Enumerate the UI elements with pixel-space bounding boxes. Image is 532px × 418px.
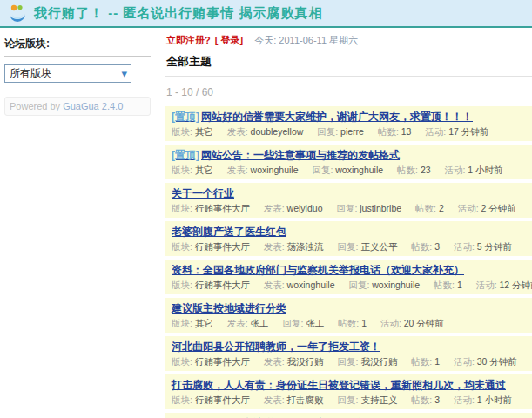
board-label: 版块: [172,203,192,213]
topic-row: 河北曲阳县公开招聘教师，一年了拒发工资！ 版块: 行贿事件大厅 发表: 我没行贿… [165,336,532,371]
board-label: 版块: [172,394,192,405]
posts-value: 3 [434,241,440,252]
topic-title-link[interactable]: 河北曲阳县公开招聘教师，一年了拒发工资！ [172,340,532,353]
board-value: 行贿事件大厅 [195,394,250,405]
reply-label: 回复: [338,241,359,252]
activity-value: 2 分钟前 [481,203,515,213]
posts-label: 帖数: [411,394,432,405]
powered-by-link[interactable]: GuaGua 2.4.0 [63,101,123,111]
chevron-down-icon: ▾ [121,70,131,78]
author-label: 发表: [264,203,285,213]
pagination: 1 - 10 / 60 [166,86,532,98]
today-date: 今天: 2011-06-11 星期六 [254,35,358,45]
forum-select[interactable]: 所有版块 ▾ [4,64,131,83]
posts-value: 1 [457,280,462,290]
topic-meta: 版块: 行贿事件大厅 发表: 我没行贿 回复: 我没行贿 帖数: 1 活动: 3… [172,356,532,367]
author-value: doubleyellow [251,126,304,137]
board-label: 版块: [172,280,192,290]
activity-label: 活动: [454,394,475,405]
activity-label: 活动: [425,126,446,137]
activity-value: 20 分钟前 [404,318,444,328]
board-value: 行贿事件大厅 [195,356,250,367]
reply-label: 回复: [283,318,304,328]
author-value: weiyiduo [287,203,323,213]
topic-row: 老婆剖腹产送了医生红包 版块: 行贿事件大厅 发表: 荡涤浊流 回复: 正义公平… [165,221,532,256]
topic-row: 建议版主按地域进行分类 版块: 其它 发表: 张工 回复: 张工 帖数: 1 活… [165,298,532,333]
author-label: 发表: [227,318,248,328]
board-label: 版块: [172,318,192,328]
topic-title-text: 网站公告：一些注意事项与推荐的发帖格式 [201,149,400,161]
topic-title-text: 关于一个行业 [172,187,234,199]
powered-by: Powered by GuaGua 2.4.0 [4,97,151,116]
reply-value: justinbribe [360,203,401,213]
author-label: 发表: [227,165,248,175]
activity-value: 30 分钟前 [477,356,517,367]
sidebar: 论坛版块: 所有版块 ▾ Powered by GuaGua 2.4.0 [0,28,161,416]
author-value: 我没行贿 [287,356,324,367]
posts-label: 帖数: [397,165,418,175]
activity-label: 活动: [380,318,401,328]
topic-row: 2010年3月份烟台毓璜顶医院妇产科1科张XX送红包600元 版块: 行贿事件大… [165,413,532,418]
activity-label: 活动: [454,241,475,252]
topic-row: [置顶]网站公告：一些注意事项与推荐的发帖格式 版块: 其它 发表: woxin… [165,145,532,179]
topic-row: 资料：全国各地政府部门与监察机关举报电话（欢迎大家补充） 版块: 行贿事件大厅 … [165,260,532,294]
topic-title-link[interactable]: 老婆剖腹产送了医生红包 [172,226,532,238]
reply-label: 回复: [336,203,357,213]
powered-by-text: Powered by [10,101,63,111]
board-value: 其它 [195,126,213,137]
posts-value: 1 [361,318,367,328]
pinned-badge: [置顶] [172,149,199,161]
board-value: 行贿事件大厅 [195,241,250,252]
posts-label: 帖数: [434,280,455,290]
posts-label: 帖数: [338,318,359,328]
forum-section-title: 论坛版块: [4,37,151,57]
reply-value: 支持正义 [360,394,397,405]
page-title: 全部主题 [165,52,532,77]
topic-title-link[interactable]: [置顶]网站公告：一些注意事项与推荐的发帖格式 [172,149,532,161]
topic-title-link[interactable]: 关于一个行业 [172,187,532,199]
topic-meta: 版块: 行贿事件大厅 发表: weiyiduo 回复: justinbribe … [172,203,532,213]
activity-value: 17 分钟前 [448,126,488,137]
page-body: 论坛版块: 所有版块 ▾ Powered by GuaGua 2.4.0 立即注… [0,28,532,416]
author-label: 发表: [227,126,248,137]
topic-title-text: 河北曲阳县公开招聘教师，一年了拒发工资！ [172,340,380,353]
topic-title-link[interactable]: 打击腐败，人人有责：身份证生日被登记错误，重新照相几次，均未通过 [172,379,532,391]
author-value: woxinghuile [287,280,335,290]
reply-label: 回复: [312,165,333,175]
topic-row: 打击腐败，人人有责：身份证生日被登记错误，重新照相几次，均未通过 版块: 行贿事… [165,374,532,409]
board-value: 行贿事件大厅 [195,203,250,213]
topic-list: [置顶]网站好的信誉需要大家维护，谢谢广大网友，求置顶！！！ 版块: 其它 发表… [165,106,532,418]
reply-value: woxinghuile [335,165,383,175]
reply-value: pierre [340,126,364,137]
posts-value: 23 [421,165,431,175]
topic-title-link[interactable]: 建议版主按地域进行分类 [172,302,532,314]
login-link[interactable]: [ 登录] [215,35,243,45]
posts-label: 帖数: [411,356,432,367]
topic-title-text: 资料：全国各地政府部门与监察机关举报电话（欢迎大家补充） [172,264,464,276]
site-title: 我行贿了！ -- 匿名说出行贿事情 揭示腐败真相 [34,5,323,22]
topic-title-link[interactable]: 资料：全国各地政府部门与监察机关举报电话（欢迎大家补充） [172,264,532,276]
activity-label: 活动: [445,165,466,175]
forum-select-value: 所有版块 [10,66,51,81]
reply-label: 回复: [348,280,369,290]
site-header: 我行贿了！ -- 匿名说出行贿事情 揭示腐败真相 [0,0,532,28]
author-label: 发表: [264,241,285,252]
posts-value: 1 [434,356,440,367]
topic-meta: 版块: 其它 发表: woxinghuile 回复: woxinghuile 帖… [172,165,532,175]
reply-label: 回复: [317,126,338,137]
reply-value: 正义公平 [360,241,397,252]
activity-label: 活动: [458,203,479,213]
topic-title-text: 打击腐败，人人有责：身份证生日被登记错误，重新照相几次，均未通过 [172,379,506,391]
topic-meta: 版块: 行贿事件大厅 发表: 荡涤浊流 回复: 正义公平 帖数: 3 活动: 5… [172,241,532,252]
register-link[interactable]: 立即注册? [166,35,211,45]
board-label: 版块: [172,126,192,137]
author-label: 发表: [264,356,285,367]
author-value: 荡涤浊流 [287,241,324,252]
topic-title-link[interactable]: [置顶]网站好的信誉需要大家维护，谢谢广大网友，求置顶！！！ [172,111,532,123]
topic-row: [置顶]网站好的信誉需要大家维护，谢谢广大网友，求置顶！！！ 版块: 其它 发表… [165,106,532,141]
board-label: 版块: [172,165,192,175]
posts-value: 13 [401,126,412,137]
reply-label: 回复: [338,356,359,367]
board-label: 版块: [172,356,192,367]
activity-value: 1 小时前 [477,394,512,405]
